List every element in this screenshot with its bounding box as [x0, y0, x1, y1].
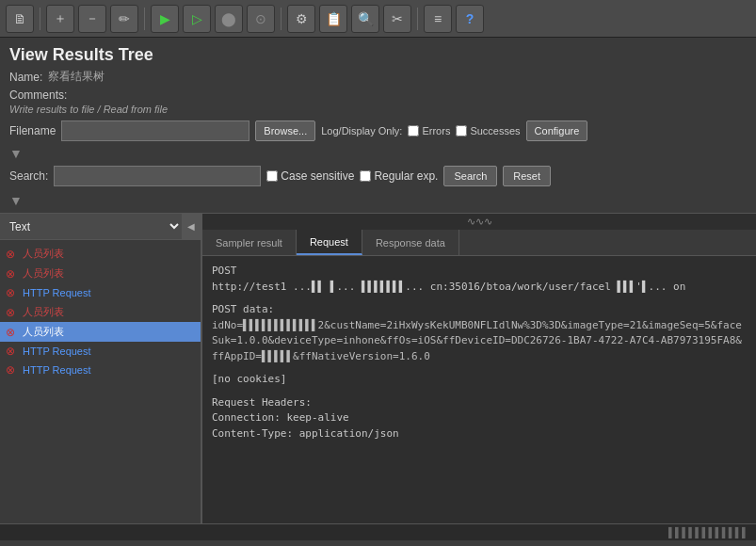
- regular-exp-checkbox[interactable]: [360, 170, 371, 182]
- filename-input[interactable]: [61, 120, 249, 141]
- name-label: Name:: [9, 71, 42, 84]
- result-post-data: idNo=▌▌▌▌▌▌▌▌▌▌▌▌2&custName=2iHxWysKekUM…: [212, 318, 747, 365]
- content-area: Text ◀ ⊗人员列表⊗人员列表⊗HTTP Request⊗人员列表⊗人员列表…: [0, 213, 756, 523]
- remove-btn[interactable]: －: [78, 5, 106, 33]
- result-header2: Content-Type: application/json: [212, 426, 747, 442]
- tree-item[interactable]: ⊗HTTP Request: [0, 283, 201, 302]
- sep2: [144, 8, 145, 30]
- tab-request[interactable]: Request: [297, 230, 362, 255]
- log-display-section: Log/Display Only: Errors Successes Confi…: [321, 120, 587, 141]
- text-dropdown[interactable]: Text: [0, 214, 182, 239]
- sep4: [417, 8, 418, 30]
- sep3: [281, 8, 281, 30]
- result-post-label: POST data:: [212, 302, 747, 318]
- tree-item-label: 人员列表: [23, 266, 64, 281]
- search-label: Search:: [9, 169, 48, 183]
- tree-item-label: 人员列表: [23, 305, 64, 319]
- toolbar: 🗎 ＋ － ✏ ▶ ▷ ⬤ ⊙ ⚙ 📋 🔍 ✂ ≡ ?: [0, 0, 756, 38]
- stop2-btn[interactable]: ⊙: [247, 5, 275, 33]
- result-content: POST http://test1 ...▌▌ ▌... ▌▌▌▌▌▌▌... …: [202, 256, 756, 523]
- right-panel: ∿∿∿ Sampler result Request Response data…: [202, 214, 756, 523]
- sep1: [40, 8, 40, 30]
- tree-item-label: HTTP Request: [23, 345, 91, 357]
- browse-button[interactable]: Browse...: [255, 120, 315, 141]
- new-btn[interactable]: 🗎: [6, 5, 34, 33]
- tree-item-label: HTTP Request: [23, 364, 91, 376]
- tree-item[interactable]: ⊗HTTP Request: [0, 342, 201, 361]
- tab-response-data[interactable]: Response data: [362, 230, 459, 255]
- main-panel: View Results Tree Name: 察看结果树 Comments: …: [0, 38, 756, 213]
- errors-checkbox[interactable]: [408, 125, 419, 136]
- successes-checkbox-label[interactable]: Successes: [456, 125, 520, 136]
- error-icon: ⊗: [6, 345, 19, 358]
- tree-list: ⊗人员列表⊗人员列表⊗HTTP Request⊗人员列表⊗人员列表⊗HTTP R…: [0, 240, 201, 523]
- error-icon: ⊗: [6, 326, 19, 339]
- divider-arrow-bottom: ▼: [9, 194, 747, 207]
- errors-label: Errors: [422, 125, 450, 136]
- error-icon: ⊗: [6, 286, 19, 299]
- left-panel: Text ◀ ⊗人员列表⊗人员列表⊗HTTP Request⊗人员列表⊗人员列表…: [0, 214, 202, 523]
- tree-item[interactable]: ⊗人员列表: [0, 244, 201, 264]
- tabs-row: Sampler result Request Response data: [202, 230, 756, 256]
- add-btn[interactable]: ＋: [46, 5, 74, 33]
- case-sensitive-label[interactable]: Case sensitive: [266, 169, 354, 183]
- error-icon: ⊗: [6, 306, 19, 319]
- list-btn[interactable]: ≡: [424, 5, 452, 33]
- comments-label: Comments:: [9, 88, 747, 102]
- left-header: Text ◀: [0, 214, 201, 240]
- filename-label: Filename: [9, 124, 56, 137]
- search2-btn[interactable]: 🔍: [351, 5, 379, 33]
- write-read-text: Write results to file / Read from file: [9, 104, 747, 115]
- name-row: Name: 察看结果树: [9, 69, 747, 85]
- regular-exp-text: Regular exp.: [374, 169, 438, 183]
- configure-button[interactable]: Configure: [526, 120, 588, 141]
- error-icon: ⊗: [6, 248, 19, 261]
- search-button[interactable]: Search: [443, 166, 497, 186]
- successes-label: Successes: [470, 125, 520, 136]
- left-arrow-btn[interactable]: ◀: [182, 214, 201, 240]
- expand-arrow: ∿∿∿: [202, 214, 756, 230]
- clear-btn[interactable]: ✏: [110, 5, 138, 33]
- search-row: Search: Case sensitive Regular exp. Sear…: [9, 162, 747, 190]
- run-remote-btn[interactable]: ▷: [183, 5, 211, 33]
- tree-item[interactable]: ⊗人员列表: [0, 322, 201, 342]
- error-icon: ⊗: [6, 363, 19, 377]
- tree-item-label: 人员列表: [23, 325, 64, 339]
- reset-button[interactable]: Reset: [503, 166, 551, 186]
- run-btn[interactable]: ▶: [151, 5, 179, 33]
- divider-arrow-top: ▼: [9, 147, 747, 160]
- name-value: 察看结果树: [48, 69, 105, 85]
- case-sensitive-text: Case sensitive: [281, 169, 354, 183]
- settings-btn[interactable]: ⚙: [287, 5, 315, 33]
- panel-title: View Results Tree: [9, 45, 747, 65]
- bottom-bar: ▌▌▌▌▌▌▌▌▌▌▌▌: [0, 523, 756, 540]
- bottom-bar-text: ▌▌▌▌▌▌▌▌▌▌▌▌: [668, 527, 748, 538]
- error-icon: ⊗: [6, 267, 19, 281]
- cut-btn[interactable]: ✂: [383, 5, 411, 33]
- tree-item[interactable]: ⊗人员列表: [0, 264, 201, 283]
- tree-item-label: 人员列表: [23, 247, 64, 261]
- report-btn[interactable]: 📋: [319, 5, 347, 33]
- tree-item[interactable]: ⊗HTTP Request: [0, 361, 201, 379]
- tree-item[interactable]: ⊗人员列表: [0, 302, 201, 322]
- result-header1: Connection: keep-alive: [212, 410, 747, 426]
- help-btn[interactable]: ?: [456, 5, 484, 33]
- result-url: http://test1 ...▌▌ ▌... ▌▌▌▌▌▌▌... cn:35…: [212, 280, 747, 296]
- log-display-label: Log/Display Only:: [321, 125, 402, 136]
- result-headers-label: Request Headers:: [212, 395, 747, 411]
- regular-exp-label[interactable]: Regular exp.: [360, 169, 438, 183]
- tab-sampler-result[interactable]: Sampler result: [202, 230, 297, 255]
- errors-checkbox-label[interactable]: Errors: [408, 125, 450, 136]
- successes-checkbox[interactable]: [456, 125, 467, 136]
- case-sensitive-checkbox[interactable]: [266, 170, 278, 182]
- stop-btn[interactable]: ⬤: [215, 5, 243, 33]
- result-method: POST: [212, 264, 747, 280]
- search-input[interactable]: [54, 166, 261, 186]
- filename-row: Filename Browse... Log/Display Only: Err…: [9, 120, 747, 141]
- tree-item-label: HTTP Request: [23, 287, 91, 298]
- result-cookies: [no cookies]: [212, 372, 747, 388]
